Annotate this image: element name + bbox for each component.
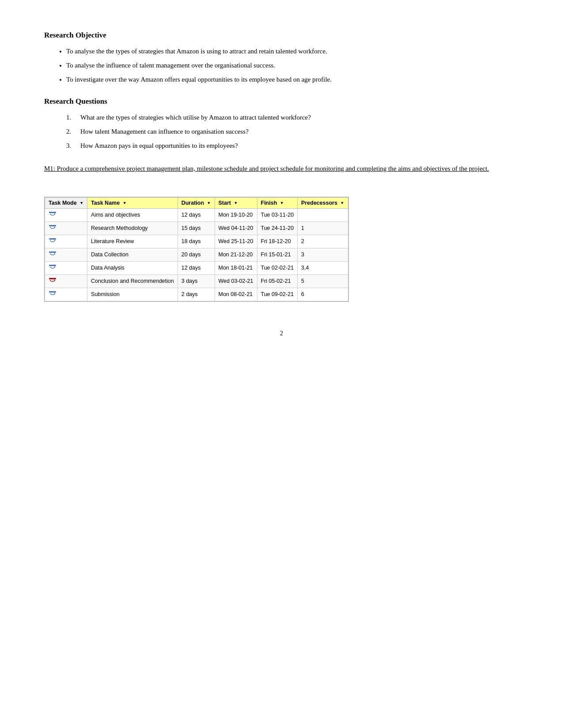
table-row: Aims and objectives 12 days Mon 19-10-20… bbox=[45, 208, 348, 221]
row-4-start: Mon 21-12-20 bbox=[215, 248, 257, 261]
research-questions-list: 1. What are the types of strategies whic… bbox=[66, 112, 519, 151]
row-4-task-name: Data Collection bbox=[87, 248, 178, 261]
task-mode-arrow-icon: ▼ bbox=[79, 201, 83, 205]
table-row: Submission 2 days Mon 08-02-21 Tue 09-02… bbox=[45, 288, 348, 301]
row-1-task-name: Aims and objectives bbox=[87, 208, 178, 221]
svg-rect-10 bbox=[49, 278, 56, 279]
row-7-predecessors: 6 bbox=[298, 288, 348, 301]
svg-rect-0 bbox=[49, 212, 56, 213]
task-mode-icon bbox=[49, 210, 57, 218]
research-questions-section: Research Questions 1. What are the types… bbox=[44, 97, 519, 151]
row-2-task-name: Research Methodology bbox=[87, 221, 178, 235]
row-5-predecessors: 3,4 bbox=[298, 261, 348, 274]
gantt-table-wrapper: Task Mode ▼ Task Name ▼ Duration ▼ Start… bbox=[44, 197, 349, 302]
m1-section: M1: Produce a comprehensive project mana… bbox=[44, 163, 519, 175]
table-header-row: Task Mode ▼ Task Name ▼ Duration ▼ Start… bbox=[45, 197, 348, 208]
row-3-predecessors: 2 bbox=[298, 235, 348, 248]
row-1-duration: 12 days bbox=[178, 208, 215, 221]
task-mode-icon bbox=[49, 237, 57, 245]
row-5-duration: 12 days bbox=[178, 261, 215, 274]
svg-rect-8 bbox=[49, 265, 56, 266]
table-row: Research Methodology 15 days Wed 04-11-2… bbox=[45, 221, 348, 235]
row-4-duration: 20 days bbox=[178, 248, 215, 261]
row-6-duration: 3 days bbox=[178, 274, 215, 288]
row-3-start: Wed 25-11-20 bbox=[215, 235, 257, 248]
task-mode-icon bbox=[49, 250, 57, 258]
question-item-3: 3. How Amazon pays in equal opportunitie… bbox=[66, 140, 519, 151]
task-mode-icon bbox=[49, 290, 57, 298]
row-1-start: Mon 19-10-20 bbox=[215, 208, 257, 221]
row-5-finish: Tue 02-02-21 bbox=[257, 261, 298, 274]
row-3-task-name: Literature Review bbox=[87, 235, 178, 248]
header-predecessors: Predecessors ▼ bbox=[298, 197, 348, 208]
table-row: Data Collection 20 days Mon 21-12-20 Fri… bbox=[45, 248, 348, 261]
row-2-start: Wed 04-11-20 bbox=[215, 221, 257, 235]
row-5-icon bbox=[45, 261, 87, 274]
row-7-duration: 2 days bbox=[178, 288, 215, 301]
finish-arrow-icon: ▼ bbox=[280, 201, 284, 205]
header-start: Start ▼ bbox=[215, 197, 257, 208]
row-4-icon bbox=[45, 248, 87, 261]
row-3-finish: Fri 18-12-20 bbox=[257, 235, 298, 248]
task-mode-icon bbox=[49, 277, 57, 285]
row-7-icon bbox=[45, 288, 87, 301]
header-task-mode: Task Mode ▼ bbox=[45, 197, 87, 208]
table-row: Data Analysis 12 days Mon 18-01-21 Tue 0… bbox=[45, 261, 348, 274]
bullet-item-1: To analyse the the types of strategies t… bbox=[66, 46, 519, 56]
header-task-name: Task Name ▼ bbox=[87, 197, 178, 208]
row-6-task-name: Conclusion and Recommendetion bbox=[87, 274, 178, 288]
research-questions-heading: Research Questions bbox=[44, 97, 519, 106]
svg-rect-2 bbox=[49, 225, 56, 226]
task-mode-icon bbox=[49, 224, 57, 232]
row-1-predecessors bbox=[298, 208, 348, 221]
svg-rect-6 bbox=[49, 251, 56, 253]
question-item-2: 2. How talent Management can influence t… bbox=[66, 126, 519, 137]
row-2-duration: 15 days bbox=[178, 221, 215, 235]
question-item-1: 1. What are the types of strategies whic… bbox=[66, 112, 519, 123]
row-6-start: Wed 03-02-21 bbox=[215, 274, 257, 288]
svg-rect-12 bbox=[49, 291, 56, 293]
row-3-icon bbox=[45, 235, 87, 248]
row-7-finish: Tue 09-02-21 bbox=[257, 288, 298, 301]
row-5-task-name: Data Analysis bbox=[87, 261, 178, 274]
duration-arrow-icon: ▼ bbox=[207, 201, 211, 205]
page-number: 2 bbox=[44, 330, 519, 337]
row-2-predecessors: 1 bbox=[298, 221, 348, 235]
m1-text: M1: Produce a comprehensive project mana… bbox=[44, 165, 489, 172]
bullet-item-2: To analyse the influence of talent manag… bbox=[66, 60, 519, 71]
row-7-task-name: Submission bbox=[87, 288, 178, 301]
row-6-icon bbox=[45, 274, 87, 288]
row-5-start: Mon 18-01-21 bbox=[215, 261, 257, 274]
gantt-table: Task Mode ▼ Task Name ▼ Duration ▼ Start… bbox=[45, 197, 348, 301]
row-1-finish: Tue 03-11-20 bbox=[257, 208, 298, 221]
row-1-icon bbox=[45, 208, 87, 221]
row-3-duration: 18 days bbox=[178, 235, 215, 248]
row-6-finish: Fri 05-02-21 bbox=[257, 274, 298, 288]
row-4-predecessors: 3 bbox=[298, 248, 348, 261]
research-objective-heading: Research Objective bbox=[44, 31, 519, 40]
task-name-arrow-icon: ▼ bbox=[123, 201, 127, 205]
research-objective-list: To analyse the the types of strategies t… bbox=[66, 46, 519, 85]
header-duration: Duration ▼ bbox=[178, 197, 215, 208]
table-row: Conclusion and Recommendetion 3 days Wed… bbox=[45, 274, 348, 288]
header-finish: Finish ▼ bbox=[257, 197, 298, 208]
row-2-finish: Tue 24-11-20 bbox=[257, 221, 298, 235]
row-6-predecessors: 5 bbox=[298, 274, 348, 288]
task-mode-icon bbox=[49, 263, 57, 271]
table-row: Literature Review 18 days Wed 25-11-20 F… bbox=[45, 235, 348, 248]
start-arrow-icon: ▼ bbox=[234, 201, 238, 205]
bullet-item-3: To investigate over the way Amazon offer… bbox=[66, 74, 519, 85]
row-4-finish: Fri 15-01-21 bbox=[257, 248, 298, 261]
row-2-icon bbox=[45, 221, 87, 235]
row-7-start: Mon 08-02-21 bbox=[215, 288, 257, 301]
predecessors-arrow-icon: ▼ bbox=[340, 201, 344, 205]
research-objective-section: Research Objective To analyse the the ty… bbox=[44, 31, 519, 85]
svg-rect-4 bbox=[49, 238, 56, 240]
